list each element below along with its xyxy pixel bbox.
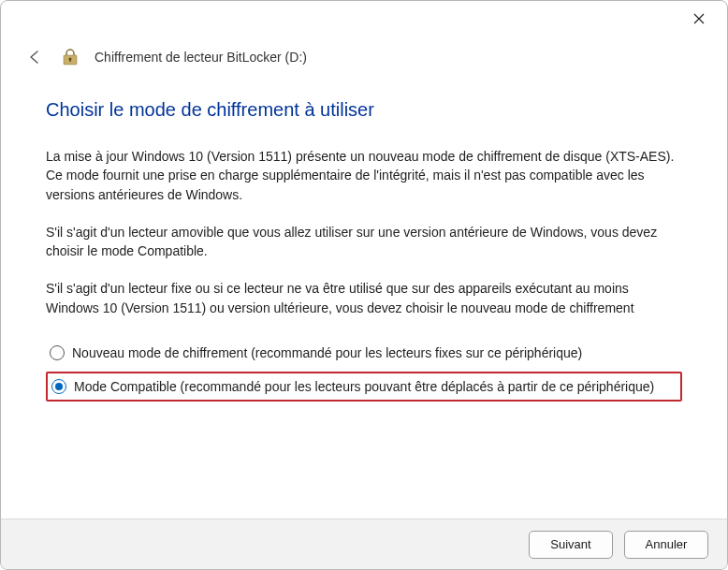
arrow-left-icon (26, 49, 43, 66)
radio-new-mode-label: Nouveau mode de chiffrement (recommandé … (72, 345, 582, 360)
radio-compatible-mode[interactable]: Mode Compatible (recommandé pour les lec… (46, 372, 682, 402)
description-para-1: La mise à jour Windows 10 (Version 1511)… (46, 147, 682, 204)
radio-compatible-mode-label: Mode Compatible (recommandé pour les lec… (74, 379, 654, 394)
radio-new-mode[interactable]: Nouveau mode de chiffrement (recommandé … (46, 340, 682, 366)
page-heading: Choisir le mode de chiffrement à utilise… (46, 99, 682, 121)
back-button[interactable] (23, 46, 46, 68)
header: Chiffrement de lecteur BitLocker (D:) (23, 46, 705, 68)
description-para-2: S'il s'agit d'un lecteur amovible que vo… (46, 223, 682, 261)
content-area: Choisir le mode de chiffrement à utilise… (46, 99, 682, 402)
description-para-3: S'il s'agit d'un lecteur fixe ou si ce l… (46, 279, 682, 317)
next-button[interactable]: Suivant (529, 531, 613, 559)
bitlocker-icon (61, 48, 80, 66)
close-icon (693, 12, 705, 27)
radio-dot-icon (55, 383, 63, 390)
close-button[interactable] (682, 7, 716, 33)
svg-rect-2 (69, 59, 70, 62)
radio-icon (50, 345, 65, 360)
button-bar: Suivant Annuler (1, 519, 727, 569)
encryption-mode-radio-group: Nouveau mode de chiffrement (recommandé … (46, 340, 682, 402)
window-title: Chiffrement de lecteur BitLocker (D:) (95, 50, 307, 65)
cancel-button[interactable]: Annuler (624, 531, 708, 559)
radio-icon (51, 379, 66, 394)
